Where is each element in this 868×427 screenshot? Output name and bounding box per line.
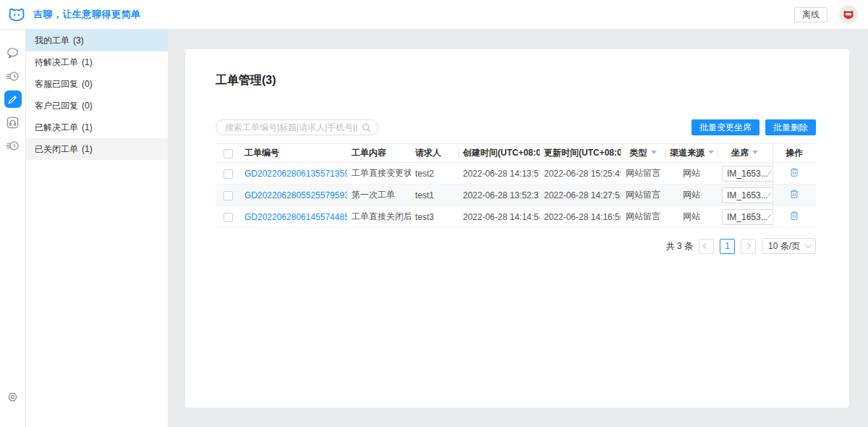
select-all-checkbox[interactable] <box>224 149 233 158</box>
requester: test1 <box>411 185 459 206</box>
requester: test3 <box>411 206 459 228</box>
col-ticket-content: 工单内容 <box>347 144 411 163</box>
app-window: 吉聊，让生意聊得更简单 离线 <box>0 0 868 427</box>
col-created-time: 创建时间(UTC+08:00) <box>459 144 540 163</box>
created-time: 2022-06-28 14:14:54 <box>459 206 540 228</box>
ticket-content: 工单直接关闭后... <box>347 206 411 228</box>
total-count-label: 共 3 条 <box>666 240 693 253</box>
row-checkbox[interactable] <box>224 191 233 200</box>
ticket-filter-sidebar: 我的工单 (3) 待解决工单 (1) 客服已回复 (0) 客户已回复 (0) 已… <box>26 30 168 427</box>
caret-down-icon <box>752 151 758 157</box>
delete-ticket-button[interactable] <box>789 189 799 199</box>
sidebar-item-my-tickets[interactable]: 我的工单 (3) <box>26 30 168 51</box>
icon-rail <box>0 30 26 427</box>
created-time: 2022-06-28 13:52:37 <box>459 185 540 206</box>
updated-time: 2022-06-28 15:25:49 <box>540 163 621 185</box>
ticket-id-link[interactable]: GD2022062806135571359 <box>244 169 347 179</box>
ticket-id-link[interactable]: GD2022062805525579593 <box>244 190 347 200</box>
ticket-history-icon[interactable] <box>4 67 22 85</box>
updated-time: 2022-06-28 14:27:52 <box>540 185 621 206</box>
channel-source: 网站 <box>665 206 718 228</box>
col-updated-time: 更新时间(UTC+08:00) <box>540 144 621 163</box>
ticket-content: 第一次工单 <box>347 185 411 206</box>
top-bar: 吉聊，让生意聊得更简单 离线 <box>0 0 868 30</box>
sidebar-item-pending-tickets[interactable]: 待解决工单 (1) <box>26 51 168 73</box>
ticket-management-card: 工单管理(3) 批量变更坐席 批量删除 <box>185 49 849 407</box>
channel-source: 网站 <box>665 163 718 185</box>
updated-time: 2022-06-28 14:16:56 <box>540 206 621 228</box>
batch-change-agent-button[interactable]: 批量变更坐席 <box>692 119 760 135</box>
sidebar-item-label: 我的工单 <box>35 35 69 47</box>
sidebar-item-label: 客服已回复 <box>35 78 78 90</box>
delete-ticket-button[interactable] <box>789 211 799 221</box>
chevron-left-icon <box>703 243 709 249</box>
chevron-down-icon <box>767 193 771 196</box>
ticket-id-link[interactable]: GD2022062806145574485 <box>244 212 347 222</box>
chevron-right-icon <box>745 243 751 249</box>
sidebar-item-label: 待解决工单 <box>35 56 78 69</box>
user-avatar[interactable] <box>839 5 858 24</box>
agent-select[interactable]: IM_1653... <box>722 209 773 225</box>
ticket-type: 网站留言 <box>621 185 665 206</box>
row-checkbox[interactable] <box>224 213 233 222</box>
sidebar-item-agent-replied[interactable]: 客服已回复 (0) <box>26 73 168 95</box>
brand-cat-logo-icon <box>7 7 26 22</box>
col-requester: 请求人 <box>411 144 459 163</box>
search-input[interactable] <box>216 119 378 135</box>
sidebar-item-label: 客户已回复 <box>35 100 78 112</box>
ticket-type: 网站留言 <box>621 163 665 185</box>
brand-slogan: 吉聊，让生意聊得更简单 <box>33 8 141 21</box>
col-agent-filter[interactable]: 坐席 <box>718 144 773 163</box>
tickets-table: 工单编号 工单内容 请求人 创建时间(UTC+08:00) 更新时间(UTC+0… <box>216 143 816 228</box>
next-page-button[interactable] <box>741 239 756 254</box>
page-size-select[interactable]: 10 条/页 <box>762 238 816 254</box>
settings-icon[interactable] <box>4 388 22 405</box>
agent-select[interactable]: IM_1653... <box>722 187 773 203</box>
main-body: 我的工单 (3) 待解决工单 (1) 客服已回复 (0) 客户已回复 (0) 已… <box>0 30 868 427</box>
sidebar-item-count: (1) <box>82 144 93 154</box>
col-type-filter[interactable]: 类型 <box>621 144 665 163</box>
ticket-content: 工单直接变更状态 <box>347 163 411 185</box>
requester: test2 <box>411 163 459 185</box>
agent-status-button[interactable]: 离线 <box>794 7 827 22</box>
work-history-icon[interactable] <box>4 137 22 154</box>
batch-delete-button[interactable]: 批量删除 <box>765 119 816 135</box>
search-icon[interactable] <box>362 122 371 135</box>
sidebar-item-count: (1) <box>82 122 93 132</box>
pagination: 共 3 条 1 10 条/页 <box>216 238 816 254</box>
edit-tickets-icon[interactable] <box>4 90 22 108</box>
table-row: GD2022062806145574485 工单直接关闭后... test3 2… <box>216 206 816 228</box>
sidebar-item-count: (0) <box>82 79 93 89</box>
sidebar-item-label: 已解决工单 <box>35 122 78 134</box>
agent-select[interactable]: IM_1653... <box>722 166 773 182</box>
sidebar-item-resolved-tickets[interactable]: 已解决工单 (1) <box>26 117 168 138</box>
sidebar-item-label: 已关闭工单 <box>35 143 78 156</box>
ticket-type: 网站留言 <box>621 206 665 228</box>
row-checkbox[interactable] <box>224 169 233 179</box>
content-area: 工单管理(3) 批量变更坐席 批量删除 <box>168 30 868 427</box>
caret-down-icon <box>708 151 714 157</box>
created-time: 2022-06-28 14:13:57 <box>459 163 540 185</box>
sidebar-item-count: (0) <box>82 101 93 111</box>
col-ticket-id: 工单编号 <box>240 144 347 163</box>
sidebar-item-count: (1) <box>82 57 93 67</box>
table-header-row: 工单编号 工单内容 请求人 创建时间(UTC+08:00) 更新时间(UTC+0… <box>216 144 816 163</box>
page-title: 工单管理(3) <box>216 49 816 88</box>
chevron-down-icon <box>767 214 771 218</box>
topbar-right: 离线 <box>794 5 858 24</box>
channel-source: 网站 <box>665 185 718 206</box>
chat-bubble-icon[interactable] <box>4 44 22 62</box>
table-row: GD2022062805525579593 第一次工单 test1 2022-0… <box>216 185 816 206</box>
sidebar-item-count: (3) <box>73 35 84 46</box>
sidebar-item-closed-tickets[interactable]: 已关闭工单 (1) <box>26 138 168 160</box>
caret-down-icon <box>651 151 657 157</box>
prev-page-button[interactable] <box>699 239 714 254</box>
delete-ticket-button[interactable] <box>789 167 799 177</box>
toolbar-buttons: 批量变更坐席 批量删除 <box>692 119 816 135</box>
col-channel-filter[interactable]: 渠道来源 <box>665 144 718 163</box>
page-number-button[interactable]: 1 <box>720 239 735 254</box>
headset-icon[interactable] <box>4 114 22 131</box>
col-actions: 操作 <box>773 144 816 163</box>
toolbar: 批量变更坐席 批量删除 <box>216 119 816 135</box>
sidebar-item-customer-replied[interactable]: 客户已回复 (0) <box>26 95 168 117</box>
